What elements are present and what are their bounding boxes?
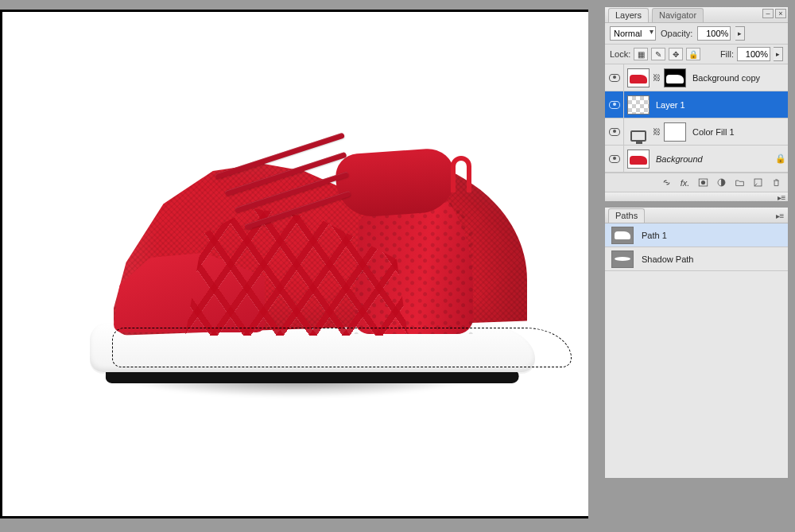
paths-flyout-icon[interactable]: ▸≡	[774, 211, 786, 220]
layer-row[interactable]: Layer 1	[605, 91, 788, 118]
layer-thumbnail[interactable]	[627, 95, 650, 115]
path-thumbnail	[611, 227, 634, 244]
add-adjustment-icon[interactable]	[715, 177, 728, 188]
lock-image-button[interactable]: ✎	[651, 48, 665, 60]
layer-name[interactable]: Color Fill 1	[689, 127, 788, 137]
layers-titlebar: Layers Navigator – ×	[605, 7, 788, 23]
panel-close-button[interactable]: ×	[775, 9, 786, 18]
layer-row[interactable]: Background🔒	[605, 146, 788, 173]
layer-row[interactable]: ⛓Color Fill 1	[605, 118, 788, 146]
path-name[interactable]: Shadow Path	[638, 254, 788, 264]
new-layer-icon[interactable]	[751, 177, 765, 188]
fill-label: Fill:	[720, 49, 734, 59]
tab-navigator[interactable]: Navigator	[652, 8, 704, 22]
shoe-illustration	[58, 119, 535, 421]
lock-label: Lock:	[610, 49, 630, 59]
link-icon: ⛓	[653, 127, 661, 136]
visibility-toggle[interactable]	[605, 146, 624, 172]
paths-panel: Paths ▸≡ Path 1Shadow Path	[604, 207, 789, 479]
lock-transparent-button[interactable]: ▦	[634, 48, 648, 60]
svg-point-1	[701, 181, 705, 184]
add-mask-icon[interactable]	[696, 177, 710, 188]
adjustment-layer-icon	[627, 122, 650, 142]
heel-pull-tab	[451, 156, 471, 192]
layer-fx-icon[interactable]: fx.	[678, 177, 692, 188]
path-name[interactable]: Path 1	[638, 231, 788, 240]
delete-layer-icon[interactable]	[770, 177, 783, 188]
path-thumbnail	[611, 250, 634, 268]
paths-titlebar: Paths ▸≡	[605, 208, 788, 223]
layer-mask-thumbnail[interactable]	[664, 68, 686, 87]
layer-name[interactable]: Background copy	[689, 73, 788, 83]
workspace	[0, 0, 588, 532]
panel-dock: Layers Navigator – × Normal Opacity: ▸ L…	[604, 6, 789, 479]
layer-name[interactable]: Background	[653, 154, 774, 164]
layer-row[interactable]: ⛓Background copy	[605, 64, 788, 91]
visibility-toggle[interactable]	[605, 91, 624, 118]
opacity-stepper[interactable]: ▸	[735, 26, 745, 41]
tab-layers[interactable]: Layers	[608, 8, 649, 22]
lock-icon: 🔒	[774, 153, 788, 164]
panel-minimize-button[interactable]: –	[762, 9, 774, 18]
eye-icon	[609, 155, 620, 163]
layer-mask-thumbnail[interactable]	[664, 122, 686, 142]
layers-flyout-icon[interactable]: ▸≡	[775, 192, 788, 202]
blend-mode-select[interactable]: Normal	[610, 26, 656, 41]
document-canvas[interactable]	[2, 12, 588, 516]
link-layers-icon[interactable]	[660, 177, 673, 188]
visibility-toggle[interactable]	[605, 64, 624, 91]
layer-list: ⛓Background copyLayer 1⛓Color Fill 1Back…	[605, 64, 788, 173]
layer-thumbnail[interactable]	[627, 68, 650, 87]
layer-thumbnail[interactable]	[627, 150, 650, 169]
eye-icon	[609, 128, 620, 136]
lock-position-button[interactable]: ✥	[669, 48, 683, 60]
layers-footer: fx.	[605, 173, 788, 192]
tab-paths[interactable]: Paths	[608, 208, 645, 223]
lock-all-button[interactable]: 🔒	[686, 48, 700, 60]
link-icon: ⛓	[653, 73, 661, 82]
document-frame	[0, 10, 588, 518]
opacity-label: Opacity:	[661, 29, 692, 38]
lock-fill-row: Lock: ▦ ✎ ✥ 🔒 Fill: ▸	[605, 45, 788, 64]
path-row[interactable]: Path 1	[605, 223, 788, 247]
fill-stepper[interactable]: ▸	[774, 47, 783, 61]
eye-icon	[609, 101, 620, 109]
eye-icon	[609, 74, 620, 82]
visibility-toggle[interactable]	[605, 118, 624, 145]
fill-input[interactable]	[737, 47, 770, 61]
layer-name[interactable]: Layer 1	[653, 100, 788, 110]
marquee-selection[interactable]	[112, 328, 572, 367]
path-list: Path 1Shadow Path	[605, 223, 788, 478]
blend-opacity-row: Normal Opacity: ▸	[605, 23, 788, 45]
opacity-input[interactable]	[697, 26, 731, 41]
path-row[interactable]: Shadow Path	[605, 247, 788, 271]
layers-panel: Layers Navigator – × Normal Opacity: ▸ L…	[604, 6, 789, 202]
new-group-icon[interactable]	[733, 177, 747, 188]
